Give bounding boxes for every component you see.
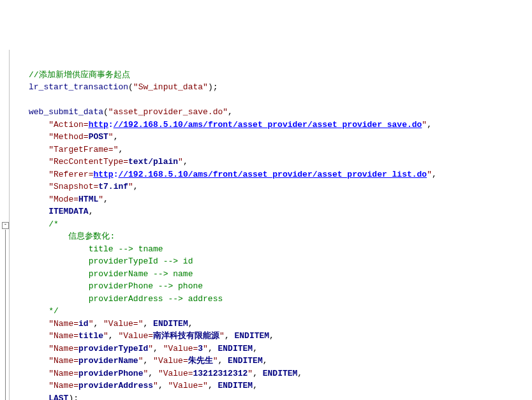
code-text: , <box>89 207 94 216</box>
code-string: " <box>219 331 225 341</box>
code-keyword: ITEMDATA <box>48 207 88 216</box>
code-comment: //添加新增供应商事务起点 <box>29 70 130 80</box>
code-text: , <box>253 381 258 390</box>
code-text: , <box>103 195 108 204</box>
code-text: , <box>228 107 233 117</box>
code-keyword: text/plain <box>128 157 178 167</box>
code-string: "Mode= <box>48 195 78 204</box>
code-keyword: ENDITEM <box>218 344 253 353</box>
code-keyword: id <box>78 319 89 329</box>
code-keyword: ENDITEM <box>218 381 253 390</box>
code-string: " <box>153 381 158 390</box>
code-keyword: ENDITEM <box>235 331 270 341</box>
code-string: "Value= <box>158 369 193 378</box>
code-text: , <box>183 157 188 167</box>
code-comment: /* <box>48 219 59 229</box>
code-string: "Referer= <box>48 170 93 179</box>
code-text: , <box>208 344 218 353</box>
code-string: " <box>422 120 427 130</box>
code-text: , <box>269 331 274 341</box>
code-string: "Name= <box>48 331 78 341</box>
code-url: http <box>89 120 108 130</box>
code-keyword: providerName <box>78 356 138 366</box>
code-keyword: ENDITEM <box>263 369 298 378</box>
code-string: "Name= <box>48 369 78 378</box>
code-string: "Value=" <box>103 319 143 329</box>
fold-handle-icon[interactable]: - <box>2 222 9 229</box>
code-text: , <box>427 120 432 130</box>
code-text: , <box>253 369 263 378</box>
code-text: , <box>253 344 258 353</box>
code-string: "Value= <box>118 331 153 341</box>
code-keyword: 3 <box>198 344 203 353</box>
code-string: " <box>103 331 108 341</box>
code-url: //192.168.5.10/ams/front/asset_provider/… <box>114 120 422 130</box>
code-keyword: title <box>78 331 103 341</box>
code-text: , <box>118 145 123 154</box>
code-string: " <box>248 369 253 378</box>
code-text: , <box>225 331 235 341</box>
code-string: " <box>178 157 183 167</box>
code-text: , <box>263 356 268 366</box>
code-comment: title --> tname <box>48 244 163 254</box>
code-keyword: 南洋科技有限能源 <box>153 331 219 341</box>
code-keyword: 13212312312 <box>193 369 248 378</box>
code-text: ); <box>208 82 218 92</box>
code-text: , <box>432 170 437 179</box>
code-string: "Value= <box>153 356 188 366</box>
code-string: "Sw_input_data" <box>133 82 208 92</box>
code-keyword: ENDITEM <box>228 356 263 366</box>
code-string: "TargetFrame=" <box>48 145 118 154</box>
code-string: "Name= <box>48 381 78 390</box>
code-string: "Name= <box>48 344 78 353</box>
code-comment: 信息参数化: <box>48 232 115 241</box>
code-string: "Snapshot= <box>48 182 98 191</box>
code-keyword: ENDITEM <box>153 319 188 329</box>
code-keyword: t7.inf <box>98 182 128 191</box>
code-string: " <box>98 195 103 204</box>
fold-line <box>5 230 6 400</box>
code-keyword: LAST <box>48 394 68 401</box>
code-func: web_submit_data <box>29 107 103 117</box>
code-text: ( <box>103 107 108 117</box>
code-string: " <box>427 170 432 179</box>
code-text: , <box>297 369 302 378</box>
code-text: , <box>133 182 138 191</box>
code-url: http <box>93 170 113 179</box>
code-text: , <box>208 381 218 390</box>
code-comment: providerTypeId --> id <box>48 256 193 266</box>
code-text: , <box>153 344 163 353</box>
code-keyword: POST <box>89 132 108 142</box>
code-text: , <box>158 381 168 390</box>
code-text: : <box>108 120 114 130</box>
code-string: " <box>128 182 133 191</box>
code-comment: providerPhone --> phone <box>48 281 203 291</box>
gutter: - <box>0 50 10 400</box>
code-text: , <box>188 319 193 329</box>
code-keyword: 朱先生 <box>188 356 213 366</box>
code-string: " <box>108 132 114 142</box>
code-text: , <box>108 331 119 341</box>
code-func: lr_start_transaction <box>29 82 128 92</box>
code-string: " <box>213 356 218 366</box>
code-editor: - //添加新增供应商事务起点 lr_start_transaction("Sw… <box>0 50 532 400</box>
code-text: ( <box>128 82 133 92</box>
code-keyword: HTML <box>78 195 98 204</box>
code-text: , <box>148 369 158 378</box>
code-string: "RecContentType= <box>48 157 128 167</box>
code-keyword: providerAddress <box>78 381 153 390</box>
code-string: "Method= <box>48 132 88 142</box>
code-string: "Action= <box>48 120 88 130</box>
code-string: " <box>148 344 153 353</box>
code-text: , <box>143 356 153 366</box>
code-url: //192.168.5.10/ams/front/asset_provider/… <box>118 170 427 179</box>
code-string: "Value= <box>163 344 198 353</box>
code-keyword: providerTypeId <box>78 344 148 353</box>
code-string: "Name= <box>48 319 78 329</box>
code-comment: providerAddress --> address <box>48 294 223 304</box>
code-comment: providerName --> name <box>48 269 193 279</box>
code-text: , <box>143 319 153 329</box>
code-keyword: providerPhone <box>78 369 143 378</box>
code-comment: */ <box>48 306 59 316</box>
code-text: , <box>114 132 119 142</box>
